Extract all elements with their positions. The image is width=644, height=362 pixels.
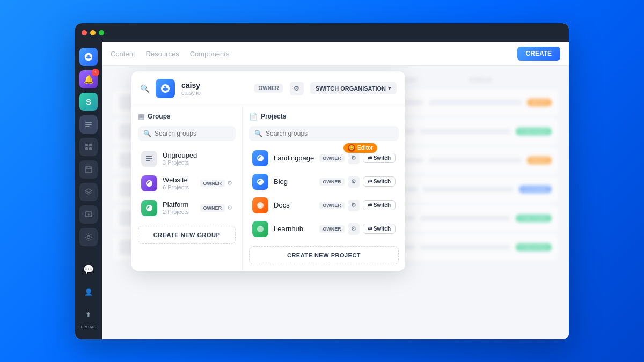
project-item-landingpage[interactable]: Landingpage OWNER ⚙ ⇄ Switch (249, 146, 399, 170)
landingpage-settings-button[interactable]: ⚙ (348, 152, 360, 164)
svg-rect-3 (85, 144, 88, 146)
learnhub-settings-button[interactable]: ⚙ (348, 223, 360, 235)
upload-label: UPLOAD (81, 325, 97, 329)
group-item-ungrouped[interactable]: Ungrouped 3 Projects (138, 146, 236, 171)
svg-rect-4 (89, 144, 92, 146)
website-info: Website 6 Projects (163, 176, 195, 190)
group-item-website[interactable]: Website 6 Projects OWNER ⚙ (138, 171, 236, 196)
sidebar-icon-s[interactable]: S (79, 93, 98, 111)
docs-settings-button[interactable]: ⚙ (348, 200, 360, 211)
landingpage-icon (252, 150, 268, 166)
sidebar-bottom: 💬 👤 ⬆ UPLOAD (79, 261, 98, 334)
create-button[interactable]: CREATE (517, 47, 560, 61)
platform-icon (141, 200, 157, 216)
sidebar: 🔔 1 S (75, 42, 102, 339)
org-settings-button[interactable]: ⚙ (290, 82, 304, 95)
projects-title: 📄 Projects (249, 113, 399, 121)
groups-search-input[interactable] (155, 130, 230, 137)
groups-search-box[interactable]: 🔍 (138, 126, 236, 141)
svg-point-13 (87, 235, 90, 238)
main-content: Content Resources Components CREATE UPDA… (102, 42, 569, 339)
editor-badge: 😊 Editor (343, 143, 377, 153)
close-dot[interactable] (82, 30, 87, 35)
blog-name: Blog (274, 178, 314, 186)
notification-badge: 1 (92, 69, 99, 76)
projects-search-box[interactable]: 🔍 (249, 126, 399, 141)
blog-actions: OWNER ⚙ ⇄ Switch (319, 176, 396, 188)
chevron-down-icon: ▾ (388, 85, 391, 92)
sidebar-icon-user[interactable]: 👤 (79, 283, 98, 301)
blog-switch-button[interactable]: ⇄ Switch (363, 176, 396, 187)
sidebar-icon-preview[interactable] (79, 205, 98, 224)
owner-badge: OWNER (254, 84, 283, 93)
org-name: caisy (181, 81, 247, 90)
platform-owner: OWNER ⚙ (200, 204, 233, 212)
blog-icon (252, 174, 268, 190)
platform-info: Platform 2 Projects (163, 201, 195, 215)
dropdown-overlay: 🔍 caisy caisy.io OWNER ⚙ (102, 66, 569, 339)
svg-rect-14 (146, 156, 152, 157)
sidebar-icon-logo[interactable] (79, 48, 98, 66)
sidebar-icon-content[interactable] (79, 115, 98, 134)
docs-actions: OWNER ⚙ ⇄ Switch (319, 200, 396, 211)
ungrouped-icon (141, 151, 157, 167)
sidebar-icon-calendar[interactable] (79, 160, 98, 179)
landingpage-switch-button[interactable]: ⇄ Switch (363, 153, 396, 163)
nav-resources[interactable]: Resources (146, 50, 179, 58)
topbar: Content Resources Components CREATE (102, 42, 569, 66)
search-icon: 🔍 (254, 130, 262, 137)
upload-icon: ⬆ (79, 306, 98, 324)
project-item-learnhub[interactable]: Learnhub OWNER ⚙ ⇄ Switch (249, 217, 399, 241)
groups-icon: ▤ (138, 113, 144, 121)
content-area: UPDATED UPDATED BY STATUS DRAFT (102, 66, 569, 339)
landingpage-actions: OWNER ⚙ ⇄ Switch (319, 152, 396, 164)
svg-rect-0 (85, 122, 92, 123)
nav-content[interactable]: Content (111, 50, 135, 58)
org-header: 🔍 caisy caisy.io OWNER ⚙ (131, 71, 405, 106)
org-domain: caisy.io (181, 90, 247, 96)
nav-components[interactable]: Components (190, 50, 230, 58)
docs-name: Docs (274, 201, 314, 209)
create-project-button[interactable]: CREATE NEW PROJECT (249, 246, 399, 264)
svg-rect-7 (85, 167, 92, 173)
docs-switch-button[interactable]: ⇄ Switch (363, 200, 396, 210)
website-icon (141, 175, 157, 191)
create-group-button[interactable]: CREATE NEW GROUP (138, 226, 236, 244)
sidebar-icon-media[interactable] (79, 138, 98, 156)
sidebar-icon-chat[interactable]: 💬 (79, 261, 98, 279)
app-window: 🔔 1 S (75, 23, 569, 339)
website-settings-icon[interactable]: ⚙ (227, 180, 232, 187)
sidebar-icon-layers[interactable] (79, 183, 98, 201)
platform-settings-icon[interactable]: ⚙ (227, 204, 232, 211)
website-owner: OWNER ⚙ (200, 180, 233, 187)
landingpage-name: Landingpage (274, 154, 314, 162)
projects-icon: 📄 (249, 113, 258, 121)
learnhub-switch-button[interactable]: ⇄ Switch (363, 224, 396, 234)
projects-search-input[interactable] (266, 130, 393, 137)
upload-area[interactable]: ⬆ UPLOAD (79, 306, 98, 329)
ungrouped-info: Ungrouped 3 Projects (163, 151, 232, 166)
projects-panel: 📄 Projects 🔍 (243, 106, 405, 271)
maximize-dot[interactable] (99, 30, 104, 35)
switch-icon: ⇄ (368, 226, 372, 232)
sidebar-icon-notifications[interactable]: 🔔 1 (79, 70, 98, 88)
org-logo (156, 79, 175, 98)
sidebar-icon-settings[interactable] (79, 228, 98, 246)
minimize-dot[interactable] (90, 30, 96, 35)
switch-org-button[interactable]: SWITCH ORGANISATION ▾ (310, 82, 397, 94)
org-info: caisy caisy.io (181, 81, 247, 96)
svg-rect-6 (89, 147, 92, 150)
editor-avatar: 😊 (348, 144, 355, 152)
groups-panel: ▤ Groups 🔍 (131, 106, 243, 271)
group-item-platform[interactable]: Platform 2 Projects OWNER ⚙ (138, 196, 236, 220)
learnhub-icon (252, 221, 268, 237)
blog-settings-button[interactable]: ⚙ (348, 176, 360, 188)
svg-rect-16 (146, 160, 150, 161)
project-item-blog[interactable]: Blog OWNER ⚙ ⇄ Switch (249, 170, 399, 194)
project-item-docs[interactable]: D Docs OWNER ⚙ ⇄ S (249, 194, 399, 217)
org-dropdown: 🔍 caisy caisy.io OWNER ⚙ (131, 71, 405, 271)
svg-rect-5 (85, 147, 88, 150)
titlebar (75, 23, 569, 42)
docs-icon: D (252, 197, 268, 213)
search-icon: 🔍 (140, 84, 149, 93)
